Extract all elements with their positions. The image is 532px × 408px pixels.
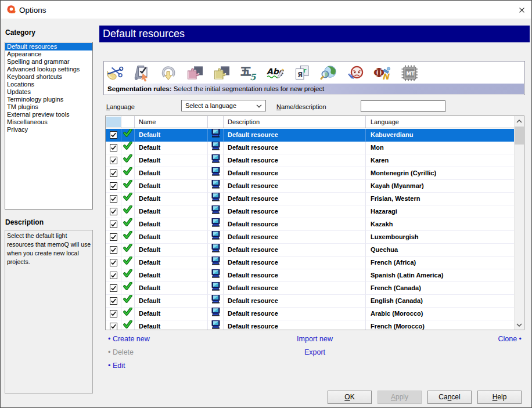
icon-cell: [208, 257, 224, 269]
computer-icon: [211, 142, 221, 154]
edit-link[interactable]: • Edit: [108, 362, 125, 370]
language-dropdown[interactable]: Select a language: [181, 100, 266, 111]
table-row[interactable]: Default Default resourceMontenegrin (Cyr…: [106, 167, 514, 180]
table-row[interactable]: Default Default resourceKabuverdianu: [106, 129, 514, 142]
green-check-icon: [123, 269, 132, 282]
scissors-segmentation-icon[interactable]: [106, 64, 124, 82]
phi-font-icon[interactable]: Φ N: [373, 64, 391, 82]
checkbox-cell: [106, 257, 121, 269]
mt-chip-icon[interactable]: MT: [400, 64, 418, 82]
clone-link[interactable]: Clone •: [498, 335, 522, 343]
close-icon[interactable]: [519, 7, 525, 13]
table-row[interactable]: Default Default resourceQuechua: [106, 244, 514, 257]
table-row[interactable]: Default Default resourceHazaragi: [106, 205, 514, 218]
category-item[interactable]: Locations: [5, 81, 92, 88]
green-check-icon: [123, 142, 132, 154]
pink-puzzle-icon[interactable]: [186, 64, 204, 82]
status-cell: [121, 193, 135, 205]
row-checkbox[interactable]: [110, 233, 117, 241]
resource-language-cell: Spanish (Latin America): [366, 269, 514, 282]
table-row[interactable]: Default Default resourceKazakh: [106, 218, 514, 231]
scroll-down-icon[interactable]: [515, 320, 524, 330]
category-item[interactable]: Updates: [5, 88, 92, 96]
help-button[interactable]: Help: [477, 391, 522, 404]
table-row[interactable]: Default Default resourceKaren: [106, 154, 514, 167]
category-item[interactable]: Appearance: [5, 50, 92, 58]
import-new-link[interactable]: Import new: [297, 335, 333, 343]
category-item[interactable]: TM plugins: [5, 103, 92, 111]
cancel-button[interactable]: Cancel: [427, 391, 472, 404]
row-checkbox[interactable]: [110, 144, 117, 151]
table-row[interactable]: Default Default resourceLuxembourgish: [106, 231, 514, 244]
scroll-up-icon[interactable]: [515, 116, 524, 126]
apply-button[interactable]: Apply: [378, 391, 422, 404]
row-checkbox[interactable]: [110, 284, 117, 292]
label-text: anguage: [110, 103, 135, 110]
segmentation-rules-label: Segmentation rules:: [107, 85, 172, 92]
ok-button[interactable]: OK: [328, 391, 372, 404]
row-checkbox[interactable]: [110, 131, 117, 139]
circular-arrow-icon[interactable]: [160, 64, 177, 82]
row-checkbox[interactable]: [110, 246, 117, 254]
category-item[interactable]: Spelling and grammar: [5, 58, 92, 66]
row-checkbox[interactable]: [110, 182, 117, 190]
description-column-header[interactable]: Description: [224, 116, 366, 128]
window-title: Options: [19, 1, 46, 19]
icon-cell: [208, 320, 224, 330]
table-row[interactable]: Default Default resourceMon: [106, 142, 514, 154]
name-description-input[interactable]: [361, 100, 445, 112]
row-checkbox[interactable]: [110, 221, 117, 228]
row-checkbox[interactable]: [110, 323, 117, 330]
green-check-icon: [123, 129, 132, 142]
row-checkbox[interactable]: [110, 259, 117, 266]
status-cell: [121, 244, 135, 257]
abc-spellcheck-icon[interactable]: Abç: [267, 64, 284, 82]
export-link[interactable]: Export: [304, 348, 325, 356]
resource-language-cell: Montenegrin (Cyrillic): [366, 167, 514, 180]
globe-search-icon[interactable]: [320, 64, 337, 82]
row-checkbox[interactable]: [110, 208, 117, 215]
category-item[interactable]: Terminology plugins: [5, 96, 92, 103]
checkbox-cell: [106, 282, 121, 295]
select-all-header-cell[interactable]: [106, 116, 121, 128]
number-five-icon[interactable]: 五 5: [240, 64, 257, 82]
table-row[interactable]: Default Default resourceFrisian, Western: [106, 193, 514, 205]
category-item[interactable]: Privacy: [5, 126, 92, 133]
checked-document-icon[interactable]: [133, 64, 150, 82]
category-item[interactable]: Advanced lookup settings: [5, 66, 92, 73]
table-row[interactable]: Default Default resourceKayah (Myanmar): [106, 180, 514, 193]
vertical-scrollbar[interactable]: [514, 116, 524, 330]
row-checkbox[interactable]: [110, 195, 117, 203]
link-label: Edit: [113, 362, 125, 370]
document-r-icon[interactable]: r Я: [293, 64, 311, 82]
status-cell: [121, 295, 135, 308]
table-row[interactable]: Default Default resourceArabic (Morocco): [106, 308, 514, 320]
row-checkbox[interactable]: [110, 169, 117, 177]
icon-column-header[interactable]: [208, 116, 224, 128]
name-column-header[interactable]: Name: [135, 116, 208, 128]
table-row[interactable]: Default Default resourceEnglish (Canada): [106, 295, 514, 308]
category-item[interactable]: External preview tools: [5, 111, 92, 118]
table-row[interactable]: Default Default resourceFrench (Morocco): [106, 320, 514, 330]
category-list[interactable]: Default resourcesAppearanceSpelling and …: [5, 42, 93, 210]
category-item[interactable]: Miscellaneous: [5, 118, 92, 126]
row-checkbox[interactable]: [110, 272, 117, 279]
svg-text:MT: MT: [407, 71, 415, 77]
table-row[interactable]: Default Default resourceSpanish (Latin A…: [106, 269, 514, 282]
yellow-puzzle-icon[interactable]: [213, 64, 231, 82]
row-checkbox[interactable]: [110, 157, 117, 164]
resource-name-cell: Default: [135, 308, 208, 320]
table-row[interactable]: Default Default resourceFrench (Canada): [106, 282, 514, 295]
table-row[interactable]: Default Default resourceFrench (Africa): [106, 257, 514, 269]
face-pen-icon[interactable]: [347, 64, 364, 82]
category-item[interactable]: Keyboard shortcuts: [5, 73, 92, 81]
category-item[interactable]: Default resources: [5, 43, 92, 50]
language-column-header[interactable]: Language: [366, 116, 514, 128]
scrollbar-thumb[interactable]: [515, 127, 524, 145]
row-checkbox[interactable]: [110, 297, 117, 305]
row-checkbox[interactable]: [110, 310, 117, 317]
resource-description-cell: Default resource: [224, 257, 366, 269]
status-header-cell[interactable]: [121, 116, 135, 128]
checkbox-cell: [106, 205, 121, 218]
button-label-mnemonic: A: [391, 393, 396, 401]
